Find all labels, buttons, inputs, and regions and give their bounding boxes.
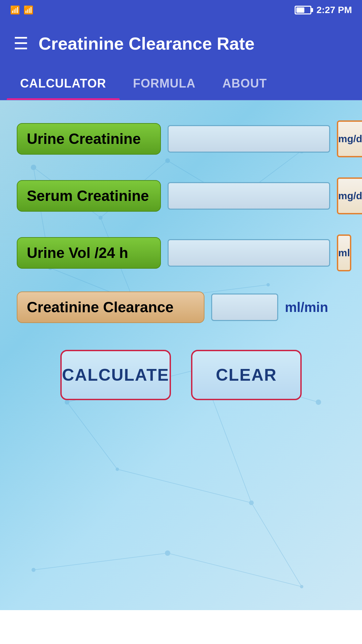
svg-point-8 <box>65 400 69 405</box>
svg-point-1 <box>99 216 103 220</box>
urine-creatinine-row: Urine Creatinine mg/dL <box>17 120 345 157</box>
serum-creatinine-label: Serum Creatinine <box>17 180 161 212</box>
status-left: 📶 📶 <box>10 5 34 15</box>
svg-line-26 <box>117 469 251 503</box>
battery-icon <box>295 6 311 14</box>
status-right: 2:27 PM <box>295 5 352 15</box>
tab-calculator[interactable]: CALCULATOR <box>7 67 120 100</box>
status-time: 2:27 PM <box>316 5 352 15</box>
svg-line-28 <box>168 553 302 587</box>
tab-about[interactable]: ABOUT <box>209 67 281 100</box>
svg-point-12 <box>249 500 254 505</box>
creatinine-clearance-row: Creatinine Clearance ml/min <box>17 291 345 323</box>
serum-creatinine-unit[interactable]: mg/dL <box>337 177 362 214</box>
svg-point-10 <box>316 399 321 405</box>
svg-point-2 <box>165 158 170 163</box>
tab-formula[interactable]: FORMULA <box>120 67 209 100</box>
svg-line-27 <box>34 553 168 570</box>
urine-creatinine-unit[interactable]: mg/dL <box>337 120 362 157</box>
app-header: ☰ Creatinine Clearance Rate <box>0 20 362 67</box>
main-content: Urine Creatinine mg/dL Serum Creatinine … <box>0 100 362 610</box>
calculate-button[interactable]: CALCULATE <box>60 350 171 400</box>
serum-creatinine-row: Serum Creatinine mg/dL <box>17 177 345 214</box>
urine-creatinine-input[interactable] <box>168 125 330 153</box>
svg-point-13 <box>32 568 36 572</box>
svg-line-31 <box>251 503 302 587</box>
creatinine-clearance-input <box>211 293 278 321</box>
serum-creatinine-input[interactable] <box>168 182 330 210</box>
creatinine-clearance-label: Creatinine Clearance <box>17 291 204 323</box>
menu-icon[interactable]: ☰ <box>13 35 28 52</box>
urine-creatinine-label: Urine Creatinine <box>17 123 161 155</box>
tab-bar: CALCULATOR FORMULA ABOUT <box>0 67 362 100</box>
svg-point-11 <box>116 468 119 471</box>
urine-vol-label: Urine Vol /24 h <box>17 237 161 269</box>
svg-point-14 <box>165 550 170 556</box>
creatinine-clearance-unit: ml/min <box>285 300 328 315</box>
svg-point-15 <box>300 585 303 588</box>
status-bar: 📶 📶 2:27 PM <box>0 0 362 20</box>
action-buttons: CALCULATE CLEAR <box>17 350 345 400</box>
signal-icon-1: 📶 <box>10 5 20 15</box>
urine-vol-unit[interactable]: ml <box>337 234 351 271</box>
signal-icon-2: 📶 <box>23 5 34 15</box>
urine-vol-input[interactable] <box>168 239 330 267</box>
clear-button[interactable]: CLEAR <box>191 350 302 400</box>
svg-line-29 <box>67 402 117 469</box>
urine-vol-row: Urine Vol /24 h ml <box>17 234 345 271</box>
svg-point-7 <box>266 283 270 286</box>
app-title: Creatinine Clearance Rate <box>39 34 255 54</box>
svg-point-0 <box>31 165 36 170</box>
